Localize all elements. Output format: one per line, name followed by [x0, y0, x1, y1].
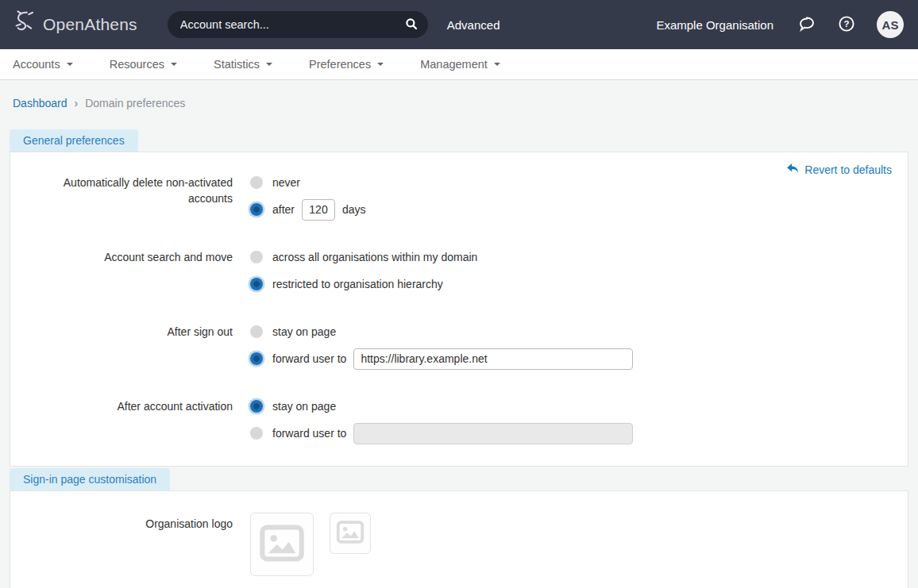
revert-arrow-icon	[786, 163, 799, 177]
field-options: across all organisations within my domai…	[250, 246, 477, 295]
app-header: OpenAthens Advanced Example Organisation	[0, 0, 918, 49]
nav-statistics-label: Statistics	[214, 58, 260, 71]
option-stay-on-page: stay on page	[250, 395, 633, 417]
form-row-search-move: Account search and move across all organ…	[26, 246, 892, 295]
nav-preferences[interactable]: Preferences	[309, 58, 384, 71]
radio-activation-forward[interactable]	[250, 427, 263, 440]
openathens-logo[interactable]: OpenAthens	[13, 9, 137, 41]
option-forward-user: forward user to	[250, 422, 633, 444]
option-label: after	[272, 203, 295, 216]
option-label: forward user to	[272, 352, 346, 365]
option-label: stay on page	[272, 400, 336, 413]
radio-never[interactable]	[250, 176, 263, 189]
chevron-down-icon	[494, 63, 500, 69]
activation-forward-url-input	[353, 423, 633, 444]
radio-across-domain[interactable]	[250, 251, 263, 263]
general-preferences-form: Automatically delete non-activated accou…	[26, 171, 892, 444]
help-icon: ?	[837, 14, 856, 36]
signin-customisation-panel: Organisation logo	[10, 490, 908, 588]
feedback-button[interactable]	[797, 14, 816, 36]
radio-stay-on-page[interactable]	[250, 325, 263, 338]
general-preferences-panel: Revert to defaults Automatically delete …	[10, 152, 908, 467]
nav-accounts[interactable]: Accounts	[13, 58, 73, 71]
signout-forward-url-input[interactable]	[353, 348, 633, 370]
days-input[interactable]	[302, 199, 335, 221]
form-row-after-sign-out: After sign out stay on page forward user…	[26, 321, 892, 370]
nav-preferences-label: Preferences	[309, 58, 371, 71]
option-label: stay on page	[272, 325, 336, 338]
radio-forward-user[interactable]	[250, 352, 263, 365]
search-icon	[404, 17, 418, 33]
logo-upload-small[interactable]	[330, 513, 371, 554]
field-label: After account activation	[26, 395, 233, 444]
advanced-search-link[interactable]: Advanced	[447, 18, 500, 32]
option-label: restricted to organisation hierarchy	[272, 278, 443, 290]
svg-text:?: ?	[843, 19, 849, 29]
nav-management[interactable]: Management	[420, 58, 500, 71]
field-options: stay on page forward user to	[250, 321, 633, 370]
option-restricted-hierarchy: restricted to organisation hierarchy	[250, 273, 477, 295]
help-button[interactable]: ?	[837, 14, 856, 36]
brand-name: OpenAthens	[43, 15, 137, 34]
option-label: forward user to	[272, 427, 346, 440]
option-never: never	[250, 171, 366, 194]
header-right: Example Organisation ? AS	[656, 11, 904, 38]
option-across-domain: across all organisations within my domai…	[250, 246, 477, 268]
gecko-logo-icon	[13, 9, 38, 41]
field-label: Account search and move	[26, 246, 233, 295]
revert-label: Revert to defaults	[804, 163, 892, 176]
nav-resources[interactable]: Resources	[110, 58, 177, 71]
revert-to-defaults-link[interactable]: Revert to defaults	[786, 163, 892, 177]
primary-nav: Accounts Resources Statistics Preference…	[0, 49, 918, 80]
breadcrumb: Dashboard › Domain preferences	[0, 80, 918, 129]
user-avatar[interactable]: AS	[877, 11, 904, 38]
breadcrumb-current: Domain preferences	[85, 97, 185, 110]
chevron-down-icon	[171, 63, 177, 69]
chat-bubble-icon	[797, 14, 816, 36]
form-row-organisation-logo: Organisation logo	[26, 513, 892, 576]
account-search	[168, 11, 428, 38]
organisation-name: Example Organisation	[656, 18, 773, 32]
option-label: never	[272, 176, 300, 189]
chevron-down-icon	[266, 63, 272, 69]
account-search-input[interactable]	[180, 18, 399, 31]
logo-upload-large[interactable]	[250, 513, 314, 576]
radio-after-days[interactable]	[250, 203, 263, 216]
days-unit-label: days	[342, 203, 366, 216]
tab-signin-customisation[interactable]: Sign-in page customisation	[10, 468, 170, 490]
nav-accounts-label: Accounts	[13, 58, 60, 71]
image-placeholder-icon	[336, 521, 364, 546]
main-content: General preferences Revert to defaults A…	[0, 129, 918, 588]
radio-activation-stay[interactable]	[250, 400, 263, 413]
logo-upload-boxes	[250, 513, 371, 576]
nav-statistics[interactable]: Statistics	[214, 58, 272, 71]
breadcrumb-separator: ›	[75, 97, 79, 110]
option-stay-on-page: stay on page	[250, 321, 633, 343]
field-options: stay on page forward user to	[250, 395, 633, 444]
field-label: Organisation logo	[26, 513, 233, 576]
radio-restricted-hierarchy[interactable]	[250, 278, 263, 290]
option-after-days: after days	[250, 198, 366, 221]
nav-management-label: Management	[420, 58, 488, 71]
field-label: After sign out	[26, 321, 233, 370]
field-options: never after days	[250, 171, 366, 221]
option-label: across all organisations within my domai…	[272, 251, 477, 263]
breadcrumb-dashboard-link[interactable]: Dashboard	[13, 97, 68, 110]
search-button[interactable]	[399, 13, 423, 37]
chevron-down-icon	[377, 63, 384, 69]
image-placeholder-icon	[259, 525, 305, 564]
nav-resources-label: Resources	[110, 58, 164, 71]
form-row-after-activation: After account activation stay on page fo…	[26, 395, 892, 444]
chevron-down-icon	[67, 63, 73, 69]
tab-general-preferences[interactable]: General preferences	[10, 129, 138, 152]
form-row-auto-delete: Automatically delete non-activated accou…	[26, 171, 892, 221]
field-label: Automatically delete non-activated accou…	[26, 171, 233, 221]
option-forward-user: forward user to	[250, 348, 633, 370]
